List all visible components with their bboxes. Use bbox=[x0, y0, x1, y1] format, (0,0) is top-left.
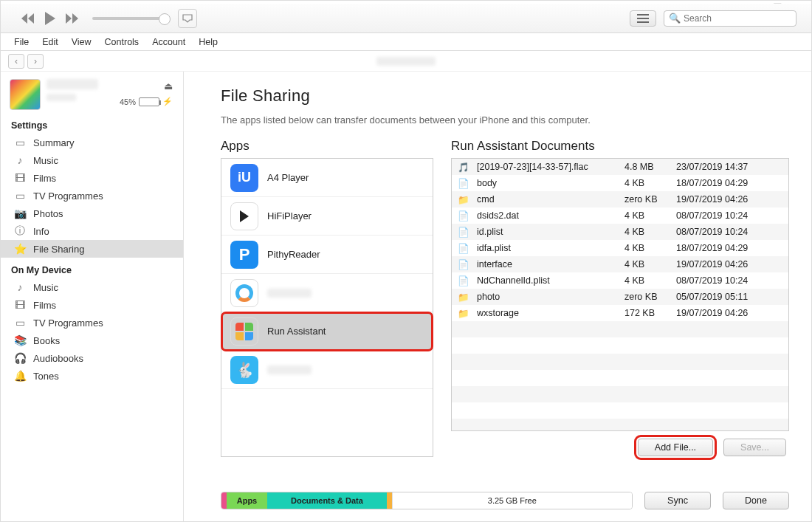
sidebar-item-label: Books bbox=[33, 335, 60, 346]
document-row[interactable]: 📄idfa.plist4 KB18/07/2019 04:29 bbox=[452, 240, 788, 256]
document-size: 172 KB bbox=[625, 308, 676, 318]
document-name: id.plist bbox=[477, 227, 625, 237]
add-file-button[interactable]: Add File... bbox=[638, 439, 713, 456]
app-row-run-assistant[interactable]: Run Assistant bbox=[221, 312, 433, 351]
document-row[interactable]: 🎵[2019-07-23][14-33-57].flac4.8 MB23/07/… bbox=[452, 159, 788, 175]
menu-account[interactable]: Account bbox=[146, 35, 191, 49]
fileshare-icon: ⭐ bbox=[14, 243, 26, 255]
sidebar-item-label: Music bbox=[33, 155, 58, 166]
document-size: 4 KB bbox=[625, 243, 676, 253]
menu-bar: FileEditViewControlsAccountHelp bbox=[1, 33, 811, 51]
sidebar-item-tones[interactable]: 🔔Tones bbox=[1, 367, 183, 385]
page-title: File Sharing bbox=[221, 86, 789, 106]
document-row[interactable]: 📁photozero KB05/07/2019 05:11 bbox=[452, 289, 788, 305]
airplay-button[interactable] bbox=[178, 9, 197, 28]
summary-icon: ▭ bbox=[14, 137, 26, 148]
document-name: wxstorage bbox=[477, 308, 625, 318]
volume-slider[interactable] bbox=[92, 17, 166, 20]
sidebar-item-label: Photos bbox=[33, 208, 63, 219]
sync-button[interactable]: Sync bbox=[644, 492, 711, 509]
sidebar-section-device: On My Device bbox=[1, 258, 183, 278]
menu-edit[interactable]: Edit bbox=[36, 35, 64, 49]
search-icon: 🔍 bbox=[669, 13, 681, 24]
menu-view[interactable]: View bbox=[66, 35, 97, 49]
app-label: HiFiPlayer bbox=[267, 210, 312, 221]
sidebar-item-label: TV Programmes bbox=[33, 190, 103, 202]
app-icon: iU bbox=[230, 164, 258, 192]
document-name: cmd bbox=[477, 194, 625, 205]
films-icon: 🎞 bbox=[14, 299, 26, 311]
app-label bbox=[267, 289, 312, 298]
sidebar-item-label: Tones bbox=[33, 371, 59, 382]
app-row-pithyreader[interactable]: PPithyReader bbox=[221, 236, 433, 274]
app-row-unknown[interactable] bbox=[221, 274, 433, 312]
document-row[interactable]: 📄NdChannelId.plist4 KB08/07/2019 10:24 bbox=[452, 272, 788, 289]
eject-icon[interactable]: ⏏ bbox=[164, 80, 173, 92]
app-icon bbox=[230, 202, 258, 230]
storage-segment bbox=[221, 492, 227, 509]
document-date: 19/07/2019 04:26 bbox=[676, 194, 788, 205]
app-row-unknown[interactable]: 🐇 bbox=[221, 351, 433, 389]
app-icon bbox=[230, 317, 258, 346]
search-field[interactable]: 🔍 bbox=[664, 10, 796, 27]
app-row-a4-player[interactable]: iUA4 Player bbox=[221, 159, 433, 197]
storage-segment: 3.25 GB Free bbox=[392, 492, 632, 509]
file-icon: 📄 bbox=[458, 226, 469, 238]
document-date: 18/07/2019 04:29 bbox=[676, 243, 788, 253]
document-row[interactable]: 📄id.plist4 KB08/07/2019 10:24 bbox=[452, 224, 788, 240]
document-row[interactable]: 📄interface4 KB19/07/2019 04:26 bbox=[452, 256, 788, 272]
search-input[interactable] bbox=[684, 13, 791, 24]
document-size: 4.8 MB bbox=[625, 162, 676, 172]
document-name: dsids2.dat bbox=[477, 210, 625, 221]
document-size: 4 KB bbox=[625, 178, 676, 188]
documents-header: Run Assistant Documents bbox=[451, 139, 789, 154]
file-icon: 📄 bbox=[458, 210, 469, 221]
sidebar-item-info[interactable]: ⓘInfo bbox=[1, 222, 183, 240]
storage-segment: Documents & Data bbox=[267, 492, 386, 509]
sidebar-item-films[interactable]: 🎞Films bbox=[1, 296, 183, 314]
next-track-button[interactable] bbox=[63, 9, 82, 28]
document-row[interactable]: 📁wxstorage172 KB19/07/2019 04:26 bbox=[452, 305, 788, 321]
document-row[interactable]: 📄body4 KB18/07/2019 04:29 bbox=[452, 175, 788, 191]
sidebar-item-music[interactable]: ♪Music bbox=[1, 151, 183, 169]
prev-track-button[interactable] bbox=[18, 9, 38, 28]
apps-header: Apps bbox=[221, 139, 433, 154]
sidebar-item-photos[interactable]: 📷Photos bbox=[1, 205, 183, 222]
battery-icon bbox=[139, 97, 159, 106]
apps-list[interactable]: iUA4 PlayerHiFiPlayerPPithyReaderRun Ass… bbox=[221, 158, 433, 457]
sidebar-item-films[interactable]: 🎞Films bbox=[1, 169, 183, 187]
nav-row: ‹ › bbox=[1, 51, 811, 72]
done-button[interactable]: Done bbox=[723, 492, 789, 509]
document-name: NdChannelId.plist bbox=[477, 275, 625, 286]
document-date: 18/07/2019 04:29 bbox=[676, 178, 788, 188]
file-icon: 📄 bbox=[458, 242, 469, 254]
sidebar-item-tv-programmes[interactable]: ▭TV Programmes bbox=[1, 187, 183, 205]
play-button[interactable] bbox=[41, 9, 60, 28]
sidebar-item-books[interactable]: 📚Books bbox=[1, 332, 183, 349]
list-view-button[interactable] bbox=[630, 10, 656, 27]
sidebar: ⏏ 45% ⚡ Settings ▭Summary♪Music🎞Films▭TV… bbox=[1, 72, 184, 522]
films-icon: 🎞 bbox=[14, 172, 26, 184]
sidebar-item-file-sharing[interactable]: ⭐File Sharing bbox=[1, 240, 183, 258]
device-thumbnail[interactable] bbox=[10, 79, 41, 110]
save-button: Save... bbox=[723, 439, 786, 456]
sidebar-item-label: Info bbox=[33, 226, 49, 237]
sidebar-item-audiobooks[interactable]: 🎧Audiobooks bbox=[1, 349, 183, 367]
player-toolbar: 🔍 bbox=[1, 4, 811, 33]
document-row[interactable]: 📄dsids2.dat4 KB08/07/2019 10:24 bbox=[452, 207, 788, 224]
sidebar-item-summary[interactable]: ▭Summary bbox=[1, 134, 183, 151]
app-row-hifiplayer[interactable]: HiFiPlayer bbox=[221, 197, 433, 236]
menu-file[interactable]: File bbox=[8, 35, 35, 49]
menu-controls[interactable]: Controls bbox=[99, 35, 145, 49]
sidebar-section-settings: Settings bbox=[1, 113, 183, 134]
documents-list[interactable]: 🎵[2019-07-23][14-33-57].flac4.8 MB23/07/… bbox=[451, 158, 789, 431]
nav-forward-button[interactable]: › bbox=[27, 54, 44, 69]
sidebar-item-music[interactable]: ♪Music bbox=[1, 278, 183, 296]
document-name: [2019-07-23][14-33-57].flac bbox=[477, 162, 625, 172]
nav-back-button[interactable]: ‹ bbox=[8, 54, 24, 69]
sidebar-item-tv-programmes[interactable]: ▭TV Programmes bbox=[1, 314, 183, 332]
app-label bbox=[267, 365, 312, 374]
document-row[interactable]: 📁cmdzero KB19/07/2019 04:26 bbox=[452, 191, 788, 207]
menu-help[interactable]: Help bbox=[193, 35, 224, 49]
document-size: zero KB bbox=[625, 292, 676, 302]
